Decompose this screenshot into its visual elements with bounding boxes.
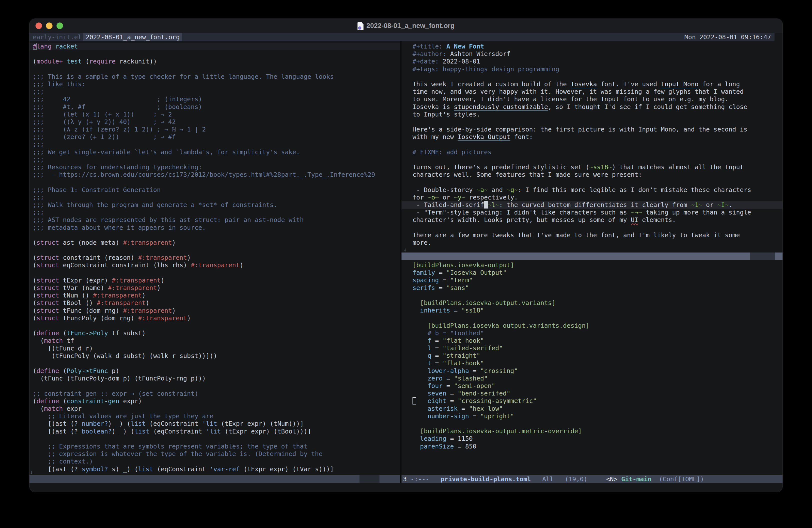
code-line bbox=[412, 156, 783, 163]
code-line: [(ast (? number?) _) (list (eqConstraint… bbox=[33, 420, 400, 427]
code-line bbox=[33, 435, 400, 443]
code-line: parenSize = 850 bbox=[412, 443, 783, 450]
code-line bbox=[33, 65, 400, 73]
previous-buffer-name[interactable]: early-init.el bbox=[29, 33, 82, 41]
code-line: ;;; (let (x 1) (+ x 1)) ; ⇒ 2 bbox=[33, 111, 400, 118]
code-line: ;;; Walk through the program and generat… bbox=[33, 201, 400, 209]
code-line: [(ast (? boolean?) _) (list (eqConstrain… bbox=[33, 428, 400, 435]
code-line bbox=[412, 178, 783, 186]
code-line: Turns out, there's a predefined stylisti… bbox=[412, 163, 783, 171]
continuation-arrow-icon: ↓ bbox=[30, 469, 33, 475]
code-line: more. bbox=[412, 239, 783, 247]
code-line: character's width. Looks pretty, but mes… bbox=[412, 216, 783, 224]
code-line: ;;; (λ z (if (zero? z) 1 2)) ; ⇒ ℕ → 1 |… bbox=[33, 126, 400, 133]
code-line: # FIXME: add pictures bbox=[412, 148, 783, 156]
code-line: ;;; like this: bbox=[33, 80, 400, 88]
code-line bbox=[33, 322, 400, 329]
code-line: with my new Iosevka Output font: bbox=[412, 133, 783, 141]
code-line: (struct constraint (reason) #:transparen… bbox=[33, 254, 400, 262]
code-line: #+title: A New Font bbox=[412, 43, 783, 50]
code-line: #+date: 2022-08-01 bbox=[412, 58, 783, 65]
code-line: Iosevka is stupendously customizable, so… bbox=[412, 103, 783, 111]
code-line: for ~o~ or ~y~ respectively. bbox=[412, 194, 783, 201]
code-line: (module+ test (require rackunit)) bbox=[33, 58, 400, 65]
code-line: zero = "slashed" bbox=[412, 375, 783, 382]
code-line: ;;; This is a sample of a type checker f… bbox=[33, 73, 400, 80]
modeline-scroll-indicator[interactable] bbox=[360, 475, 379, 483]
code-line: (tFuncPoly (walk d subst) (walk r subst)… bbox=[33, 352, 400, 360]
code-line: (struct eqConstraint constraint (lhs rhs… bbox=[33, 262, 400, 269]
code-line: ;;; #t, #f ; (booleans) bbox=[33, 103, 400, 111]
code-line: to Input's styles. bbox=[412, 111, 783, 118]
org-modeline[interactable]: 2 U:--- 2022-08-01_a_new_font.org Top (1… bbox=[402, 252, 783, 260]
code-line: asterisk = "hex-low" bbox=[412, 405, 783, 412]
code-line: [buildPlans.iosevka-output.variants.desi… bbox=[412, 322, 783, 329]
code-line: ;;; bbox=[33, 156, 400, 163]
code-line: ;;; 42 ; (integers) bbox=[33, 96, 400, 103]
clock: Mon 2022-08-01 09:16:47 bbox=[684, 33, 774, 41]
code-line: time now, and was very happy with it. Ho… bbox=[412, 88, 783, 96]
code-line: (struct ast (node meta) #:transparent) bbox=[33, 239, 400, 247]
code-line: family = "Iosevka Output" bbox=[412, 269, 783, 277]
code-line: l = "tailed-serifed" bbox=[412, 344, 783, 352]
code-line: # b = "toothed" bbox=[412, 329, 783, 337]
code-line: leading = 1150 bbox=[412, 435, 783, 442]
code-line bbox=[33, 50, 400, 58]
code-line: There are a few more tweaks that I've ma… bbox=[412, 232, 783, 239]
code-line: This week I created a custom build of th… bbox=[412, 80, 783, 88]
code-line: (struct tBool () #:transparent) bbox=[33, 299, 400, 307]
code-line: number-sign = "upright" bbox=[412, 412, 783, 420]
code-line: [buildPlans.iosevka-output.variants] bbox=[412, 299, 783, 307]
code-line: (struct tVar (name) #:transparent) bbox=[33, 284, 400, 292]
org-buffer[interactable]: ↓ #+title: A New Font#+author: Ashton Wi… bbox=[402, 41, 783, 252]
code-line: - Tailed-and-serif ~l~: the curved botto… bbox=[402, 201, 783, 209]
code-line: f = "flat-hook" bbox=[412, 337, 783, 344]
code-line: inherits = "ss18" bbox=[412, 307, 783, 314]
code-line: (match expr bbox=[33, 405, 400, 412]
code-line: t = "flat-hook" bbox=[412, 360, 783, 367]
right-windows: ↓ #+title: A New Font#+author: Ashton Wi… bbox=[402, 41, 783, 483]
code-line: ;; constraint-gen :: expr → (set constra… bbox=[33, 390, 400, 397]
current-buffer-name[interactable]: 2022-08-01_a_new_font.org bbox=[83, 33, 182, 41]
code-line: q = "straight" bbox=[412, 352, 783, 360]
code-line: (struct tFunc (dom rng) #:transparent) bbox=[33, 307, 400, 314]
code-line: serifs = "sans" bbox=[412, 284, 783, 292]
code-line: (define (Poly->tFunc p) bbox=[33, 367, 400, 375]
racket-modeline[interactable]: 1 U:--- tc1.rkt Top (1,0) <N> Git-main (… bbox=[29, 475, 400, 483]
header-line-endcap bbox=[774, 33, 783, 41]
code-line: spacing = "term" bbox=[412, 277, 783, 284]
code-line: #+tags: happy-things design programming bbox=[412, 65, 783, 73]
code-line: ;;; Phase 1: Constraint Generation bbox=[33, 186, 400, 194]
code-line bbox=[33, 269, 400, 277]
code-line: [buildPlans.iosevka-output.metric-overri… bbox=[412, 427, 783, 435]
racket-buffer[interactable]: ↓ #lang racket (module+ test (require ra… bbox=[29, 41, 400, 475]
code-line: ;; Expressions that are symbols represen… bbox=[33, 443, 400, 450]
code-line: ;;; metadata about where it appears in s… bbox=[33, 224, 400, 232]
code-line: four = "semi-open" bbox=[412, 382, 783, 390]
titlebar[interactable]: 2022-08-01_a_new_font.org bbox=[29, 19, 783, 33]
code-line bbox=[412, 73, 783, 80]
window-title: 2022-08-01_a_new_font.org bbox=[366, 22, 455, 30]
toml-buffer[interactable]: [buildPlans.iosevka-output]family = "Ios… bbox=[402, 260, 783, 475]
code-line: (struct tFuncPoly (dom rng) #:transparen… bbox=[33, 314, 400, 322]
code-line: (define (tFunc->Poly tf subst) bbox=[33, 329, 400, 337]
code-line: characters well. Some features that I ma… bbox=[412, 171, 783, 178]
code-line: eight = "crossing-asymmetric" bbox=[412, 397, 783, 405]
header-line: early-init.el 2022-08-01_a_new_font.org … bbox=[29, 33, 783, 41]
code-line: (struct tExpr (expr) #:transparent) bbox=[33, 277, 400, 284]
code-line: ;;; bbox=[33, 209, 400, 216]
document-icon bbox=[358, 22, 364, 30]
echo-area[interactable]: Wrote /Users/ashton/Projects/blog2/conte… bbox=[29, 483, 783, 492]
code-line bbox=[412, 292, 783, 299]
toml-modeline[interactable]: 3 -:--- private-build-plans.toml All (19… bbox=[402, 475, 783, 483]
code-line: to use. Moreover, I didn't have a licens… bbox=[412, 96, 783, 103]
code-line: Here's a side-by-side comparison: the fi… bbox=[412, 126, 783, 133]
code-line: ;;; bbox=[33, 141, 400, 148]
racket-window: ↓ #lang racket (module+ test (require ra… bbox=[29, 41, 400, 483]
code-line: [buildPlans.iosevka-output] bbox=[412, 262, 783, 269]
code-line: #+author: Ashton Wiersdorf bbox=[412, 50, 783, 58]
code-line: (struct tNum () #:transparent) bbox=[33, 292, 400, 299]
code-line bbox=[412, 314, 783, 322]
code-line bbox=[33, 178, 400, 186]
modeline-scroll-indicator[interactable] bbox=[750, 252, 775, 260]
